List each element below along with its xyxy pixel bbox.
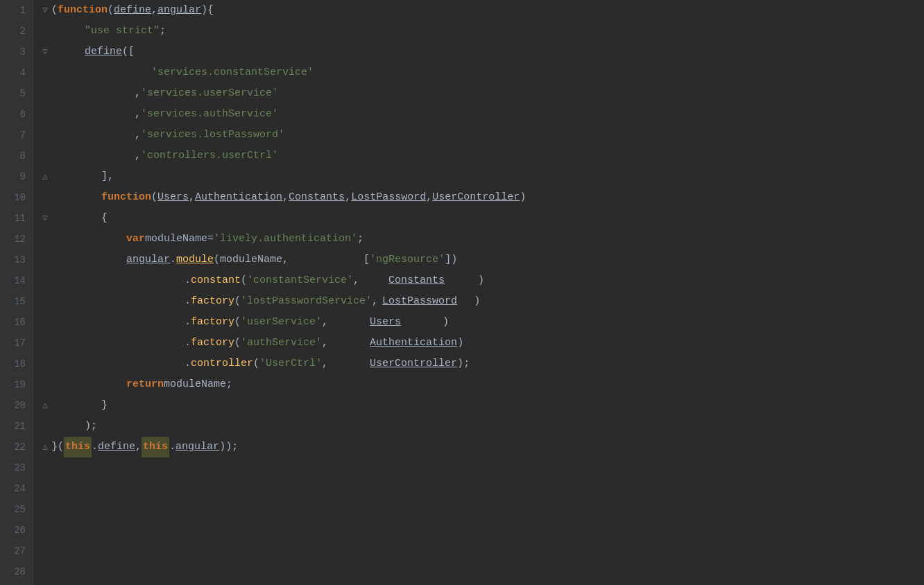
code-line-23: △}: [39, 395, 924, 416]
code-line-22: return moduleName;: [39, 374, 924, 395]
line-num-23: 23: [0, 457, 26, 478]
line-num-18: 18: [0, 353, 26, 374]
this-keyword-angular: this: [142, 437, 169, 457]
line-num-4: 4: [0, 62, 26, 83]
fold-icon-10[interactable]: △: [39, 166, 51, 187]
line-num-24: 24: [0, 478, 26, 499]
code-line-24: );: [39, 416, 924, 437]
line-num-13: 13: [0, 250, 26, 270]
line-numbers: 1 2 3 4 5 6 7 8 9 10 11 12 13 14 15 16 1…: [0, 0, 33, 585]
line-num-19: 19: [0, 374, 26, 395]
line-num-17: 17: [0, 333, 26, 353]
line-num-12: 12: [0, 229, 26, 250]
line-num-15: 15: [0, 291, 26, 312]
fold-icon-23[interactable]: △: [39, 395, 51, 416]
code-line-1: ▽(function( define, angular ) {: [39, 0, 924, 21]
line-num-25: 25: [0, 499, 26, 520]
code-content: ▽(function( define, angular ) { "use str…: [33, 0, 924, 585]
code-line-9: , 'controllers.userCtrl': [39, 146, 924, 166]
fold-icon-26[interactable]: △: [39, 437, 51, 457]
code-line-18: .factory( 'userService',Users): [39, 312, 924, 333]
this-keyword-define: this: [64, 437, 92, 457]
code-line-2: "use strict";: [39, 21, 924, 42]
code-line-15: angular.module( moduleName,['ngResource'…: [39, 250, 924, 270]
line-num-26: 26: [0, 520, 26, 541]
fold-icon-4[interactable]: ▽: [39, 42, 51, 62]
code-line-7: , 'services.authService': [39, 104, 924, 125]
code-line-11: function( Users, Authentication, Constan…: [39, 187, 924, 208]
line-num-3: 3: [0, 42, 26, 62]
code-line-26: △}( this.define, this.angular ));: [39, 437, 924, 457]
code-line-8: , 'services.lostPassword': [39, 125, 924, 146]
line-num-11: 11: [0, 208, 26, 229]
code-line-6: , 'services.userService': [39, 83, 924, 104]
line-num-10: 10: [0, 187, 26, 208]
line-num-9: 9: [0, 166, 26, 187]
fold-icon-12[interactable]: ▽: [39, 208, 51, 229]
code-editor: 1 2 3 4 5 6 7 8 9 10 11 12 13 14 15 16 1…: [0, 0, 924, 585]
line-num-21: 21: [0, 416, 26, 437]
code-line-20: .controller( 'UserCtrl',UserController )…: [39, 353, 924, 374]
code-line-4: ▽define([: [39, 42, 924, 62]
line-num-6: 6: [0, 104, 26, 125]
line-num-14: 14: [0, 270, 26, 291]
line-num-28: 28: [0, 561, 26, 582]
line-num-20: 20: [0, 395, 26, 416]
code-line-19: .factory( 'authService',Authentication ): [39, 333, 924, 353]
line-num-2: 2: [0, 21, 26, 42]
line-num-7: 7: [0, 125, 26, 146]
line-num-1: 1: [0, 0, 26, 21]
line-num-5: 5: [0, 83, 26, 104]
line-num-27: 27: [0, 541, 26, 561]
code-line-16: .constant( 'constantService',Constants): [39, 270, 924, 291]
code-line-13: var moduleName = 'lively.authentication'…: [39, 229, 924, 250]
line-num-22: 22: [0, 437, 26, 457]
code-line-5: 'services.constantService': [39, 62, 924, 83]
line-num-16: 16: [0, 312, 26, 333]
code-line-12: ▽{: [39, 208, 924, 229]
code-line-17: .factory( 'lostPasswordService',LostPass…: [39, 291, 924, 312]
code-line-10: △],: [39, 166, 924, 187]
line-num-8: 8: [0, 146, 26, 166]
fold-icon-1[interactable]: ▽: [39, 0, 51, 21]
